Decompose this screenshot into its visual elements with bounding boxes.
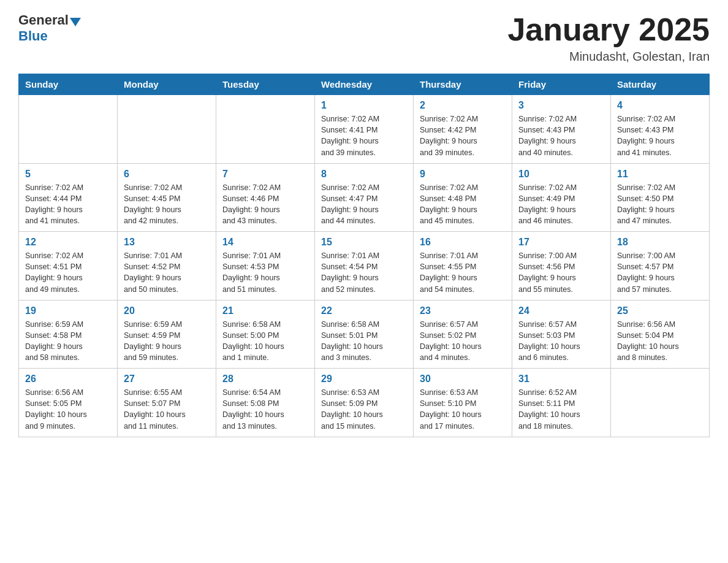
calendar-cell: 12Sunrise: 7:02 AMSunset: 4:51 PMDayligh…: [19, 232, 118, 301]
day-header-tuesday: Tuesday: [216, 74, 315, 95]
day-info: Sunrise: 6:52 AMSunset: 5:11 PMDaylight:…: [518, 387, 604, 432]
day-info: Sunrise: 6:58 AMSunset: 5:00 PMDaylight:…: [222, 319, 308, 364]
day-info: Sunrise: 7:02 AMSunset: 4:42 PMDaylight:…: [420, 113, 506, 158]
day-number: 24: [518, 305, 604, 316]
day-info: Sunrise: 7:02 AMSunset: 4:48 PMDaylight:…: [420, 182, 506, 227]
calendar-cell: 7Sunrise: 7:02 AMSunset: 4:46 PMDaylight…: [216, 163, 315, 232]
calendar-cell: 20Sunrise: 6:59 AMSunset: 4:59 PMDayligh…: [118, 300, 216, 369]
calendar-cell: 25Sunrise: 6:56 AMSunset: 5:04 PMDayligh…: [611, 300, 710, 369]
calendar-cell: 26Sunrise: 6:56 AMSunset: 5:05 PMDayligh…: [19, 369, 118, 437]
day-number: 19: [25, 305, 111, 316]
day-number: 1: [321, 100, 407, 111]
day-header-wednesday: Wednesday: [315, 74, 414, 95]
calendar-week-row: 26Sunrise: 6:56 AMSunset: 5:05 PMDayligh…: [19, 369, 710, 437]
day-number: 5: [25, 169, 111, 180]
day-number: 4: [617, 100, 703, 111]
day-info: Sunrise: 7:02 AMSunset: 4:45 PMDaylight:…: [124, 182, 210, 227]
day-number: 13: [124, 237, 210, 248]
day-number: 31: [518, 373, 604, 385]
calendar-cell: [216, 95, 315, 164]
calendar-cell: 18Sunrise: 7:00 AMSunset: 4:57 PMDayligh…: [611, 232, 710, 301]
day-number: 23: [420, 305, 506, 316]
day-number: 25: [617, 305, 703, 316]
day-info: Sunrise: 6:53 AMSunset: 5:10 PMDaylight:…: [420, 387, 506, 432]
day-info: Sunrise: 6:54 AMSunset: 5:08 PMDaylight:…: [222, 387, 308, 432]
day-number: 21: [222, 305, 308, 316]
day-number: 27: [124, 373, 210, 385]
calendar-week-row: 5Sunrise: 7:02 AMSunset: 4:44 PMDaylight…: [19, 163, 710, 232]
title-area: January 2025 Minudasht, Golestan, Iran: [507, 12, 710, 64]
calendar-cell: 9Sunrise: 7:02 AMSunset: 4:48 PMDaylight…: [414, 163, 512, 232]
day-info: Sunrise: 6:56 AMSunset: 5:05 PMDaylight:…: [25, 387, 111, 432]
calendar-cell: 10Sunrise: 7:02 AMSunset: 4:49 PMDayligh…: [512, 163, 611, 232]
day-info: Sunrise: 7:02 AMSunset: 4:46 PMDaylight:…: [222, 182, 308, 227]
month-title: January 2025: [507, 12, 710, 47]
day-info: Sunrise: 7:01 AMSunset: 4:55 PMDaylight:…: [420, 250, 506, 295]
day-number: 16: [420, 237, 506, 248]
calendar-header-row: SundayMondayTuesdayWednesdayThursdayFrid…: [19, 74, 710, 95]
day-info: Sunrise: 7:00 AMSunset: 4:57 PMDaylight:…: [617, 250, 703, 295]
day-number: 22: [321, 305, 407, 316]
day-number: 17: [518, 237, 604, 248]
day-info: Sunrise: 6:57 AMSunset: 5:03 PMDaylight:…: [518, 319, 604, 364]
calendar-cell: 2Sunrise: 7:02 AMSunset: 4:42 PMDaylight…: [414, 95, 512, 164]
day-info: Sunrise: 6:58 AMSunset: 5:01 PMDaylight:…: [321, 319, 407, 364]
calendar-cell: 19Sunrise: 6:59 AMSunset: 4:58 PMDayligh…: [19, 300, 118, 369]
day-number: 8: [321, 169, 407, 180]
logo-general-text: General: [18, 12, 69, 28]
day-info: Sunrise: 7:01 AMSunset: 4:53 PMDaylight:…: [222, 250, 308, 295]
calendar-cell: 27Sunrise: 6:55 AMSunset: 5:07 PMDayligh…: [118, 369, 216, 437]
calendar-week-row: 12Sunrise: 7:02 AMSunset: 4:51 PMDayligh…: [19, 232, 710, 301]
day-info: Sunrise: 7:02 AMSunset: 4:41 PMDaylight:…: [321, 113, 407, 158]
calendar-cell: 14Sunrise: 7:01 AMSunset: 4:53 PMDayligh…: [216, 232, 315, 301]
day-info: Sunrise: 7:01 AMSunset: 4:52 PMDaylight:…: [124, 250, 210, 295]
page-header: General Blue January 2025 Minudasht, Gol…: [18, 12, 710, 64]
day-info: Sunrise: 7:02 AMSunset: 4:44 PMDaylight:…: [25, 182, 111, 227]
day-number: 20: [124, 305, 210, 316]
day-info: Sunrise: 6:59 AMSunset: 4:59 PMDaylight:…: [124, 319, 210, 364]
day-number: 3: [518, 100, 604, 111]
calendar-cell: [19, 95, 118, 164]
calendar-cell: 13Sunrise: 7:01 AMSunset: 4:52 PMDayligh…: [118, 232, 216, 301]
day-number: 18: [617, 237, 703, 248]
day-number: 28: [222, 373, 308, 385]
day-number: 9: [420, 169, 506, 180]
day-header-sunday: Sunday: [19, 74, 118, 95]
calendar-cell: 24Sunrise: 6:57 AMSunset: 5:03 PMDayligh…: [512, 300, 611, 369]
calendar-cell: 3Sunrise: 7:02 AMSunset: 4:43 PMDaylight…: [512, 95, 611, 164]
calendar-cell: 1Sunrise: 7:02 AMSunset: 4:41 PMDaylight…: [315, 95, 414, 164]
day-number: 14: [222, 237, 308, 248]
calendar-cell: 22Sunrise: 6:58 AMSunset: 5:01 PMDayligh…: [315, 300, 414, 369]
day-number: 12: [25, 237, 111, 248]
day-number: 6: [124, 169, 210, 180]
day-info: Sunrise: 7:02 AMSunset: 4:50 PMDaylight:…: [617, 182, 703, 227]
calendar-week-row: 19Sunrise: 6:59 AMSunset: 4:58 PMDayligh…: [19, 300, 710, 369]
calendar-cell: [611, 369, 710, 437]
day-info: Sunrise: 6:53 AMSunset: 5:09 PMDaylight:…: [321, 387, 407, 432]
calendar-cell: 6Sunrise: 7:02 AMSunset: 4:45 PMDaylight…: [118, 163, 216, 232]
day-info: Sunrise: 7:01 AMSunset: 4:54 PMDaylight:…: [321, 250, 407, 295]
calendar-cell: [118, 95, 216, 164]
calendar-cell: 29Sunrise: 6:53 AMSunset: 5:09 PMDayligh…: [315, 369, 414, 437]
calendar-cell: 5Sunrise: 7:02 AMSunset: 4:44 PMDaylight…: [19, 163, 118, 232]
day-number: 29: [321, 373, 407, 385]
day-info: Sunrise: 6:55 AMSunset: 5:07 PMDaylight:…: [124, 387, 210, 432]
calendar-cell: 16Sunrise: 7:01 AMSunset: 4:55 PMDayligh…: [414, 232, 512, 301]
calendar-cell: 31Sunrise: 6:52 AMSunset: 5:11 PMDayligh…: [512, 369, 611, 437]
calendar-cell: 8Sunrise: 7:02 AMSunset: 4:47 PMDaylight…: [315, 163, 414, 232]
calendar-cell: 30Sunrise: 6:53 AMSunset: 5:10 PMDayligh…: [414, 369, 512, 437]
calendar-cell: 21Sunrise: 6:58 AMSunset: 5:00 PMDayligh…: [216, 300, 315, 369]
day-info: Sunrise: 7:02 AMSunset: 4:47 PMDaylight:…: [321, 182, 407, 227]
location-subtitle: Minudasht, Golestan, Iran: [507, 50, 710, 64]
day-number: 2: [420, 100, 506, 111]
day-info: Sunrise: 7:02 AMSunset: 4:43 PMDaylight:…: [518, 113, 604, 158]
day-number: 10: [518, 169, 604, 180]
day-header-thursday: Thursday: [414, 74, 512, 95]
day-header-saturday: Saturday: [611, 74, 710, 95]
calendar-cell: 15Sunrise: 7:01 AMSunset: 4:54 PMDayligh…: [315, 232, 414, 301]
day-number: 11: [617, 169, 703, 180]
logo-arrow-icon: [70, 18, 81, 26]
day-info: Sunrise: 7:02 AMSunset: 4:49 PMDaylight:…: [518, 182, 604, 227]
day-info: Sunrise: 7:02 AMSunset: 4:43 PMDaylight:…: [617, 113, 703, 158]
logo: General Blue: [18, 12, 81, 44]
